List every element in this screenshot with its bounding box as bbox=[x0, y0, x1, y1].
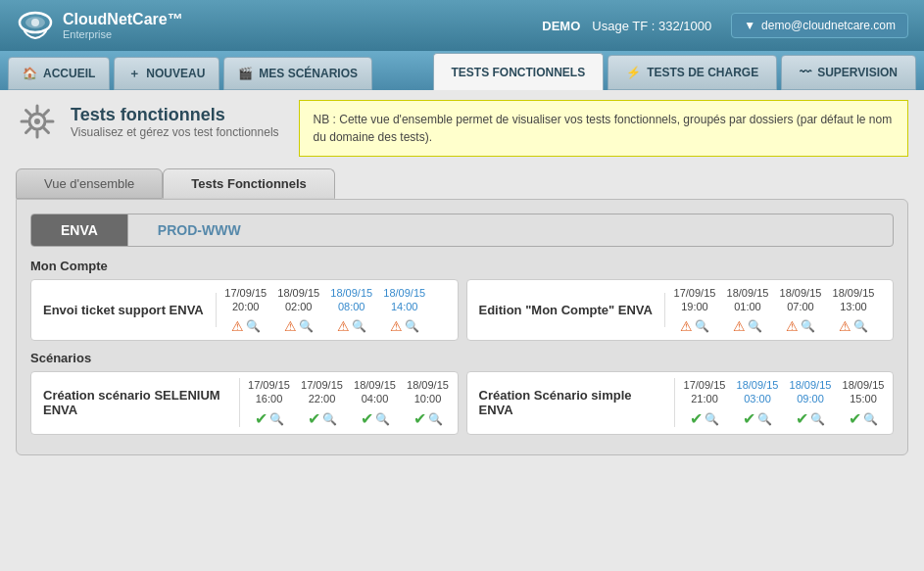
search-icon[interactable]: 🔍 bbox=[863, 412, 878, 426]
run-col: 18/09/1510:00 ✔ 🔍 bbox=[407, 378, 450, 429]
run-status: ✔ 🔍 bbox=[255, 409, 284, 428]
run-col: 18/09/1515:00 ✔ 🔍 bbox=[842, 378, 885, 429]
tab-tests-fonctionnels[interactable]: TESTS FONCTIONNELS bbox=[433, 53, 605, 90]
nav-nouveau-button[interactable]: ＋ NOUVEAU bbox=[114, 57, 219, 90]
warning-icon: ⚠ bbox=[680, 318, 693, 334]
search-icon[interactable]: 🔍 bbox=[810, 412, 825, 426]
run-date: 18/09/1507:00 bbox=[780, 286, 822, 314]
sub-tabs: Vue d'ensemble Tests Fonctionnels bbox=[16, 168, 908, 199]
test-runs-envoi-ticket: 17/09/1520:00 ⚠ 🔍 18/09/1502:00 ⚠ 🔍 bbox=[217, 280, 434, 340]
test-name-envoi-ticket: Envoi ticket support ENVA bbox=[31, 293, 217, 327]
svg-line-10 bbox=[44, 128, 49, 133]
tab-tests-charge[interactable]: ⚡ TESTS DE CHARGE bbox=[608, 55, 777, 90]
test-card-selenium: Création scénario SELENIUM ENVA 17/09/15… bbox=[30, 371, 459, 436]
test-runs-simple: 17/09/1521:00 ✔ 🔍 18/09/1503:00 ✔ 🔍 bbox=[675, 372, 893, 435]
run-status: ⚠ 🔍 bbox=[337, 318, 366, 334]
tab-supervision[interactable]: 〰 SUPERVISION bbox=[781, 55, 916, 90]
search-icon[interactable]: 🔍 bbox=[352, 319, 366, 333]
nav-accueil-button[interactable]: 🏠 ACCUEIL bbox=[8, 57, 110, 90]
search-icon[interactable]: 🔍 bbox=[375, 412, 390, 426]
warning-icon: ⚠ bbox=[337, 318, 350, 334]
lightning-icon: ⚡ bbox=[626, 66, 641, 79]
run-col: 18/09/1513:00 ⚠ 🔍 bbox=[832, 286, 875, 334]
search-icon[interactable]: 🔍 bbox=[695, 319, 709, 333]
run-status: ✔ 🔍 bbox=[743, 409, 772, 428]
run-date: 18/09/1510:00 bbox=[407, 378, 449, 406]
header-usage-label: Usage TF : 332/1000 bbox=[592, 19, 711, 33]
header: CloudNetCare™ Enterprise DEMO Usage TF :… bbox=[0, 0, 924, 51]
sub-tab-fonctionnels-label: Tests Fonctionnels bbox=[191, 176, 307, 191]
search-icon[interactable]: 🔍 bbox=[705, 412, 719, 426]
warning-icon: ⚠ bbox=[231, 318, 244, 334]
run-col: 17/09/1516:00 ✔ 🔍 bbox=[248, 378, 291, 429]
run-date: 18/09/1504:00 bbox=[354, 378, 396, 406]
search-icon[interactable]: 🔍 bbox=[748, 319, 762, 333]
notice-box: NB : Cette vue d'ensemble permet de visu… bbox=[299, 100, 908, 157]
sub-tab-overview-label: Vue d'ensemble bbox=[44, 176, 134, 191]
test-card-simple: Création Scénario simple ENVA 17/09/1521… bbox=[466, 371, 895, 436]
run-status: ⚠ 🔍 bbox=[680, 318, 709, 334]
run-col: 18/09/1502:00 ⚠ 🔍 bbox=[277, 286, 320, 334]
search-icon[interactable]: 🔍 bbox=[405, 319, 419, 333]
run-col: 18/09/1507:00 ⚠ 🔍 bbox=[779, 286, 822, 334]
search-icon[interactable]: 🔍 bbox=[428, 412, 443, 426]
run-status: ⚠ 🔍 bbox=[839, 318, 868, 334]
run-col: 18/09/1514:00 ⚠ 🔍 bbox=[383, 286, 426, 334]
svg-line-9 bbox=[26, 111, 31, 116]
user-arrow-icon: ▼ bbox=[744, 19, 755, 32]
nav-scenarios-button[interactable]: 🎬 MES SCÉNARIOS bbox=[223, 57, 372, 90]
run-status: ✔ 🔍 bbox=[849, 409, 878, 428]
header-demo-label: DEMO bbox=[542, 19, 580, 33]
search-icon[interactable]: 🔍 bbox=[757, 412, 772, 426]
search-icon[interactable]: 🔍 bbox=[246, 319, 261, 333]
run-col: 17/09/1519:00 ⚠ 🔍 bbox=[673, 286, 716, 334]
run-col: 18/09/1504:00 ✔ 🔍 bbox=[354, 378, 397, 429]
svg-point-2 bbox=[31, 19, 39, 26]
page-header-left: Tests fonctionnels Visualisez et gérez v… bbox=[16, 100, 279, 143]
run-date: 18/09/1508:00 bbox=[330, 286, 372, 314]
search-icon[interactable]: 🔍 bbox=[299, 319, 314, 333]
page-title: Tests fonctionnels bbox=[71, 105, 279, 125]
run-col: 17/09/1522:00 ✔ 🔍 bbox=[301, 378, 344, 429]
run-date: 17/09/1520:00 bbox=[224, 286, 267, 314]
search-icon[interactable]: 🔍 bbox=[269, 412, 284, 426]
run-status: ⚠ 🔍 bbox=[231, 318, 261, 334]
run-col: 18/09/1501:00 ⚠ 🔍 bbox=[726, 286, 769, 334]
svg-line-12 bbox=[26, 128, 31, 133]
run-status: ✔ 🔍 bbox=[361, 409, 390, 428]
run-col: 18/09/1508:00 ⚠ 🔍 bbox=[330, 286, 373, 334]
test-name-simple: Création Scénario simple ENVA bbox=[467, 378, 676, 427]
ok-icon: ✔ bbox=[413, 409, 426, 428]
sub-tab-fonctionnels[interactable]: Tests Fonctionnels bbox=[163, 168, 335, 199]
warning-icon: ⚠ bbox=[390, 318, 403, 334]
run-date: 18/09/1514:00 bbox=[383, 286, 425, 314]
test-runs-selenium: 17/09/1516:00 ✔ 🔍 17/09/1522:00 ✔ 🔍 bbox=[240, 372, 458, 435]
run-status: ✔ 🔍 bbox=[690, 409, 719, 428]
group-mon-compte-grid: Envoi ticket support ENVA 17/09/1520:00 … bbox=[30, 279, 894, 341]
tab-charge-label: TESTS DE CHARGE bbox=[647, 66, 758, 79]
env-tab-enva-label: ENVA bbox=[61, 222, 98, 238]
env-tab-prodwww[interactable]: PROD-WWW bbox=[128, 214, 270, 246]
run-status: ⚠ 🔍 bbox=[786, 318, 815, 334]
warning-icon: ⚠ bbox=[786, 318, 799, 334]
ok-icon: ✔ bbox=[796, 409, 808, 428]
sub-tab-overview[interactable]: Vue d'ensemble bbox=[16, 168, 163, 199]
warning-icon: ⚠ bbox=[733, 318, 746, 334]
env-tab-enva[interactable]: ENVA bbox=[31, 214, 128, 246]
group-label-scenarios: Scénarios bbox=[30, 351, 894, 365]
search-icon[interactable]: 🔍 bbox=[322, 412, 337, 426]
notice-text: NB : Cette vue d'ensemble permet de visu… bbox=[314, 113, 893, 144]
search-icon[interactable]: 🔍 bbox=[853, 319, 868, 333]
svg-line-11 bbox=[44, 111, 49, 116]
group-label-mon-compte: Mon Compte bbox=[30, 259, 894, 273]
user-email: demo@cloudnetcare.com bbox=[761, 19, 896, 32]
user-menu-button[interactable]: ▼ demo@cloudnetcare.com bbox=[731, 13, 908, 38]
logo-sub: Enterprise bbox=[63, 28, 183, 41]
run-date: 18/09/1509:00 bbox=[790, 378, 832, 406]
page-subtitle: Visualisez et gérez vos test fonctionnel… bbox=[71, 125, 279, 139]
run-col: 18/09/1503:00 ✔ 🔍 bbox=[736, 378, 779, 429]
run-col: 18/09/1509:00 ✔ 🔍 bbox=[789, 378, 832, 429]
page-title-block: Tests fonctionnels Visualisez et gérez v… bbox=[71, 105, 279, 139]
search-icon[interactable]: 🔍 bbox=[801, 319, 815, 333]
main-panel: ENVA PROD-WWW Mon Compte Envoi ticket su… bbox=[16, 199, 908, 455]
